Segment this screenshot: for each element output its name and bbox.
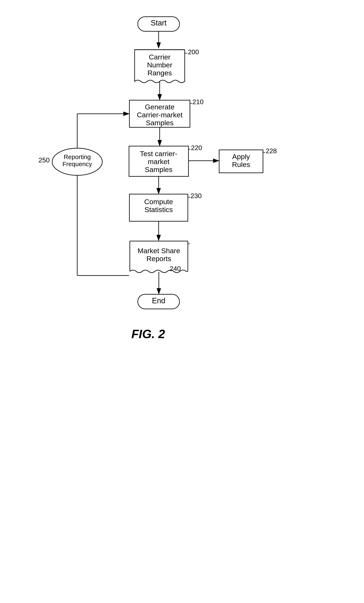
rf-ref: 250	[39, 156, 50, 164]
msr-label-line2: Reports	[146, 255, 171, 263]
figure-label: FIG. 2	[131, 327, 165, 341]
start-node: Start	[138, 17, 179, 31]
flowchart-diagram: Start Carrier Number Ranges 200 Generate…	[0, 0, 364, 603]
cnr-ref: 200	[188, 48, 199, 56]
generate-samples-node: Generate Carrier-market Samples 210	[129, 98, 203, 127]
ar-label-line2: Rules	[232, 161, 250, 168]
cs-label-line1: Compute	[144, 198, 173, 206]
gcs-label-line1: Generate	[145, 103, 175, 111]
compute-statistics-node: Compute Statistics 230	[129, 192, 202, 221]
end-node: End	[138, 294, 179, 309]
cnr-label-line2: Number	[147, 61, 172, 69]
ts-ref: 220	[191, 144, 202, 151]
cs-label-line2: Statistics	[144, 206, 173, 214]
gcs-label-line2: Carrier-market	[137, 111, 183, 119]
cnr-label-line1: Carrier	[149, 53, 171, 61]
gcs-ref: 210	[192, 98, 203, 106]
end-label: End	[152, 296, 165, 305]
carrier-number-ranges-node: Carrier Number Ranges 200	[135, 48, 199, 83]
msr-label-line1: Market Share	[138, 247, 180, 255]
ar-ref: 228	[266, 147, 277, 155]
ts-label-line1: Test carrier-	[140, 150, 177, 158]
gcs-label-line3: Samples	[146, 119, 174, 127]
ts-label-line3: Samples	[145, 165, 172, 174]
market-share-reports-node: Market Share Reports 240	[130, 241, 190, 273]
cnr-label-line3: Ranges	[147, 69, 172, 77]
ar-label-line1: Apply	[232, 152, 250, 161]
apply-rules-node: Apply Rules 228	[219, 147, 277, 173]
test-samples-node: Test carrier- market Samples 220	[129, 144, 202, 176]
rf-label-line2: Frequency	[62, 161, 92, 167]
cs-ref: 230	[190, 192, 202, 199]
start-label: Start	[151, 19, 166, 27]
msr-ref: 240	[170, 265, 181, 272]
reporting-frequency-node: Reporting Frequency 250	[39, 148, 102, 175]
ts-label-line2: market	[148, 158, 169, 165]
rf-label-line1: Reporting	[64, 153, 91, 160]
